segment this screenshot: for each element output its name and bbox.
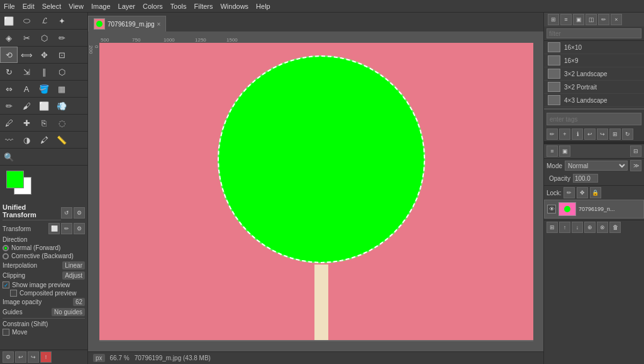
right-panel-btn1[interactable]: ⊞ <box>548 14 559 25</box>
right-panel-btn3[interactable]: ▣ <box>573 14 584 25</box>
tool-rect-select[interactable]: ⬜ <box>0 13 18 29</box>
canvas-viewport[interactable] <box>99 43 543 340</box>
right-panel-btn4[interactable]: ◫ <box>586 14 597 25</box>
mode-extra-btn[interactable]: ≫ <box>630 160 641 171</box>
template-item-0[interactable]: 16×10 <box>544 41 644 54</box>
transform-option2[interactable]: ✏ <box>61 223 72 234</box>
constrain-move-checkbox[interactable] <box>3 329 9 336</box>
tool-zoom[interactable]: 🔍 <box>0 149 18 165</box>
template-item-1[interactable]: 16×9 <box>544 54 644 67</box>
tool-heal[interactable]: ✚ <box>18 115 35 131</box>
tags-input[interactable] <box>547 113 641 125</box>
layer-visibility-toggle[interactable]: 👁 <box>547 205 556 213</box>
tool-pencil[interactable]: ✏ <box>0 98 18 114</box>
menu-filters[interactable]: Filters <box>191 1 217 11</box>
foreground-color[interactable] <box>6 171 24 188</box>
tool-rotate[interactable]: ↻ <box>0 64 18 80</box>
tags-redo-btn[interactable]: ↪ <box>597 128 608 140</box>
tool-crop[interactable]: ⊡ <box>53 47 70 63</box>
tool-paintbrush[interactable]: 🖌 <box>18 98 35 114</box>
composited-checkbox[interactable] <box>10 290 17 297</box>
menu-windows[interactable]: Windows <box>216 1 252 11</box>
menu-view[interactable]: View <box>65 1 87 11</box>
layer-btn2[interactable]: ↑ <box>559 222 570 233</box>
tool-measure[interactable]: 📏 <box>53 132 70 148</box>
tab-close-btn[interactable]: × <box>157 21 161 28</box>
layer-btn1[interactable]: ⊞ <box>547 222 558 233</box>
scrollbar-horizontal[interactable] <box>99 341 543 351</box>
layer-btn4[interactable]: ⊕ <box>584 222 596 233</box>
menu-edit[interactable]: Edit <box>19 1 38 11</box>
tags-edit-btn[interactable]: ✏ <box>547 128 558 140</box>
tool-color-select[interactable]: ◈ <box>0 30 18 46</box>
tags-add-btn[interactable]: + <box>559 128 570 140</box>
tags-undo-btn[interactable]: ↩ <box>584 128 596 140</box>
transform-option1[interactable]: ⬜ <box>48 223 60 234</box>
layer-btn6[interactable]: 🗑 <box>609 222 621 233</box>
tool-fill[interactable]: 🪣 <box>35 81 53 97</box>
tool-colorpicker[interactable]: 🖍 <box>35 132 53 148</box>
tool-move[interactable]: ✥ <box>35 47 53 63</box>
scrollbar-vertical[interactable] <box>533 43 543 341</box>
tool-shear[interactable]: ∥ <box>35 64 53 80</box>
menu-layer[interactable]: Layer <box>114 1 140 11</box>
menu-tools[interactable]: Tools <box>167 1 191 11</box>
tool-ellipse-select[interactable]: ⬭ <box>18 13 35 29</box>
tool-dodge[interactable]: ◑ <box>18 132 35 148</box>
layers-panel-btn2[interactable]: ▣ <box>559 145 570 157</box>
transform-option3[interactable]: ⚙ <box>74 223 85 234</box>
layers-panel-collapse[interactable]: ⊟ <box>630 145 641 157</box>
tool-blend[interactable]: ▦ <box>53 81 70 97</box>
canvas-area[interactable]: 500 750 1000 1250 1500 0 200 400 600 <box>88 31 543 351</box>
image-tab[interactable]: 70796199_m.jpg × <box>88 16 166 31</box>
tool-perspective[interactable]: ⬡ <box>53 64 70 80</box>
menu-image[interactable]: Image <box>87 1 114 11</box>
radio-normal[interactable] <box>3 245 9 251</box>
tool-foreground-select[interactable]: ⬡ <box>35 30 53 46</box>
lock-position-btn[interactable]: ✥ <box>577 187 588 198</box>
filter-input[interactable] <box>547 28 641 38</box>
tool-clone[interactable]: ⎘ <box>35 115 53 131</box>
tool-fuzzy-select[interactable]: ✦ <box>53 13 70 29</box>
right-panel-btn6[interactable]: × <box>611 14 622 25</box>
lock-all-btn[interactable]: 🔒 <box>590 187 601 198</box>
tool-eraser[interactable]: ⬜ <box>35 98 53 114</box>
layers-panel-btn1[interactable]: ≡ <box>547 145 558 157</box>
tags-grid-btn[interactable]: ⊞ <box>609 128 621 140</box>
layer-btn3[interactable]: ↓ <box>572 222 583 233</box>
tool-transform[interactable]: ⟲ <box>0 47 18 63</box>
tool-align[interactable]: ⟺ <box>18 47 35 63</box>
tool-smudge[interactable]: 〰 <box>0 132 18 148</box>
options-reset[interactable]: ↺ <box>61 207 72 219</box>
tool-free-select[interactable]: 𝓛 <box>35 13 53 29</box>
toolbox-error-btn[interactable]: ! <box>40 351 52 363</box>
tool-flip[interactable]: ⇔ <box>0 81 18 97</box>
tags-info-btn[interactable]: ℹ <box>572 128 583 140</box>
menu-colors[interactable]: Colors <box>139 1 167 11</box>
right-panel-btn2[interactable]: ≡ <box>560 14 572 25</box>
show-preview-checkbox[interactable]: ✓ <box>3 282 9 288</box>
tags-refresh-btn[interactable]: ↻ <box>622 128 633 140</box>
layer-item[interactable]: 👁 70796199_n... <box>544 200 644 219</box>
toolbox-undo-btn[interactable]: ↩ <box>15 351 26 363</box>
menu-help[interactable]: Help <box>252 1 274 11</box>
tool-airbrush[interactable]: 💨 <box>53 98 70 114</box>
tool-blur[interactable]: ◌ <box>53 115 70 131</box>
tool-text[interactable]: A <box>18 81 35 97</box>
tool-paths[interactable]: ✏ <box>53 30 70 46</box>
menu-file[interactable]: File <box>0 1 19 11</box>
template-item-4[interactable]: 4×3 Landscape <box>544 94 644 107</box>
lock-pixels-btn[interactable]: ✏ <box>564 187 575 198</box>
menu-select[interactable]: Select <box>38 1 65 11</box>
opacity-input[interactable] <box>573 174 598 183</box>
right-panel-btn5[interactable]: ✏ <box>598 14 609 25</box>
mode-select[interactable]: Normal <box>565 161 628 171</box>
options-settings[interactable]: ⚙ <box>74 207 85 219</box>
toolbox-settings-btn[interactable]: ⚙ <box>3 351 14 363</box>
tool-scissors[interactable]: ✂ <box>18 30 35 46</box>
toolbox-redo-btn[interactable]: ↪ <box>28 351 39 363</box>
unit-selector[interactable]: px <box>93 354 105 362</box>
template-item-3[interactable]: 3×2 Portrait <box>544 81 644 94</box>
radio-corrective[interactable] <box>3 253 9 259</box>
template-item-2[interactable]: 3×2 Landscape <box>544 67 644 81</box>
